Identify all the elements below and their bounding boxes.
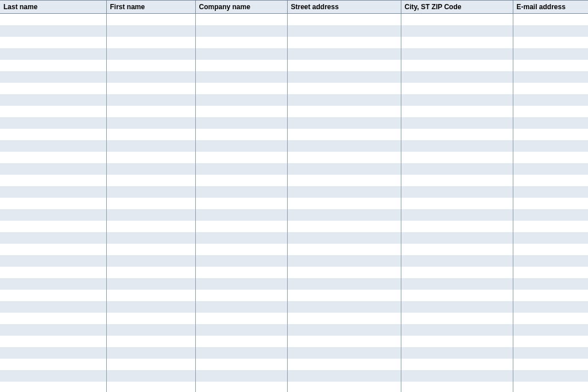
cell[interactable] [513,71,588,83]
cell[interactable] [287,129,401,140]
cell[interactable] [0,336,106,347]
cell[interactable] [513,163,588,175]
cell[interactable] [287,175,401,186]
cell[interactable] [401,209,513,221]
cell[interactable] [106,198,195,209]
cell[interactable] [195,347,287,359]
cell[interactable] [287,267,401,278]
cell[interactable] [513,106,588,117]
cell[interactable] [401,14,513,25]
cell[interactable] [106,117,195,129]
cell[interactable] [401,324,513,336]
cell[interactable] [287,301,401,313]
cell[interactable] [287,255,401,267]
cell[interactable] [0,209,106,221]
cell[interactable] [513,301,588,313]
cell[interactable] [0,232,106,244]
cell[interactable] [0,25,106,37]
cell[interactable] [106,255,195,267]
cell[interactable] [287,198,401,209]
cell[interactable] [513,370,588,382]
cell[interactable] [287,117,401,129]
cell[interactable] [513,313,588,324]
cell[interactable] [0,221,106,232]
cell[interactable] [401,244,513,255]
cell[interactable] [106,37,195,48]
cell[interactable] [513,232,588,244]
cell[interactable] [513,359,588,370]
cell[interactable] [106,163,195,175]
cell[interactable] [513,255,588,267]
cell[interactable] [106,301,195,313]
cell[interactable] [513,48,588,60]
cell[interactable] [0,60,106,71]
cell[interactable] [513,83,588,94]
cell[interactable] [287,382,401,393]
cell[interactable] [106,71,195,83]
cell[interactable] [195,382,287,393]
cell[interactable] [287,25,401,37]
cell[interactable] [513,60,588,71]
cell[interactable] [195,301,287,313]
cell[interactable] [513,209,588,221]
cell[interactable] [401,60,513,71]
cell[interactable] [401,152,513,163]
cell[interactable] [106,324,195,336]
cell[interactable] [401,347,513,359]
cell[interactable] [513,244,588,255]
cell[interactable] [106,267,195,278]
cell[interactable] [401,48,513,60]
cell[interactable] [0,14,106,25]
cell[interactable] [513,186,588,198]
cell[interactable] [195,370,287,382]
cell[interactable] [401,336,513,347]
cell[interactable] [106,221,195,232]
cell[interactable] [401,382,513,393]
cell[interactable] [0,117,106,129]
cell[interactable] [106,175,195,186]
cell[interactable] [0,359,106,370]
cell[interactable] [513,324,588,336]
cell[interactable] [401,71,513,83]
cell[interactable] [195,14,287,25]
cell[interactable] [106,94,195,106]
cell[interactable] [513,198,588,209]
cell[interactable] [287,140,401,152]
cell[interactable] [401,198,513,209]
cell[interactable] [106,106,195,117]
cell[interactable] [287,48,401,60]
cell[interactable] [106,382,195,393]
cell[interactable] [287,359,401,370]
header-first-name[interactable]: First name [106,1,195,14]
cell[interactable] [195,48,287,60]
cell[interactable] [513,117,588,129]
cell[interactable] [106,313,195,324]
cell[interactable] [106,60,195,71]
cell[interactable] [195,290,287,301]
header-city-st-zip[interactable]: City, ST ZIP Code [401,1,513,14]
cell[interactable] [287,232,401,244]
cell[interactable] [513,278,588,290]
cell[interactable] [0,94,106,106]
cell[interactable] [401,290,513,301]
cell[interactable] [401,140,513,152]
cell[interactable] [401,301,513,313]
cell[interactable] [106,290,195,301]
cell[interactable] [106,48,195,60]
cell[interactable] [0,301,106,313]
cell[interactable] [287,278,401,290]
cell[interactable] [401,117,513,129]
cell[interactable] [195,359,287,370]
cell[interactable] [195,60,287,71]
header-company-name[interactable]: Company name [195,1,287,14]
cell[interactable] [195,255,287,267]
cell[interactable] [401,278,513,290]
cell[interactable] [106,336,195,347]
cell[interactable] [195,37,287,48]
cell[interactable] [287,290,401,301]
cell[interactable] [195,25,287,37]
cell[interactable] [0,347,106,359]
cell[interactable] [106,370,195,382]
cell[interactable] [287,37,401,48]
cell[interactable] [195,140,287,152]
